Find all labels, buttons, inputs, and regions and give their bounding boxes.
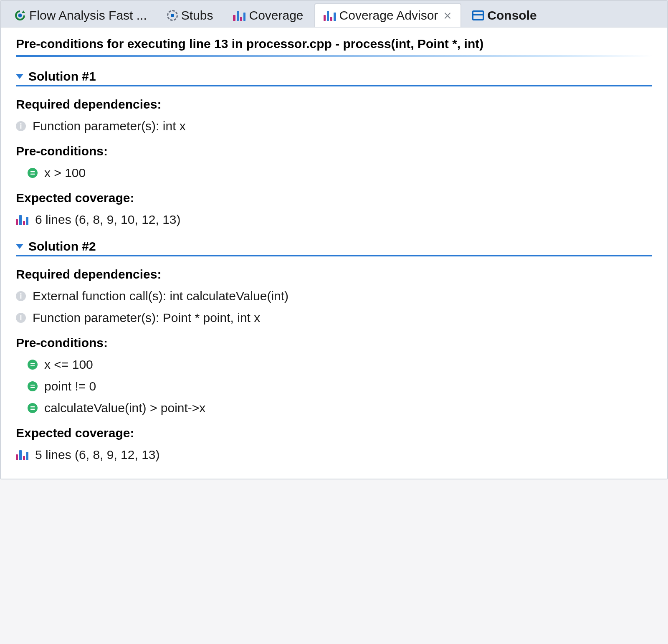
precondition-text: x > 100 bbox=[44, 166, 86, 180]
bars-icon bbox=[233, 10, 245, 21]
solution-header-label: Solution #1 bbox=[28, 69, 96, 84]
equals-icon: = bbox=[28, 168, 38, 178]
precondition-row: = point != 0 bbox=[16, 379, 652, 393]
info-icon: i bbox=[16, 121, 26, 131]
preconds-heading: Pre-conditions: bbox=[16, 336, 652, 350]
dependency-text: Function parameter(s): int x bbox=[33, 119, 186, 133]
coverage-heading: Expected coverage: bbox=[16, 426, 652, 440]
equals-icon: = bbox=[28, 403, 38, 413]
bars-icon bbox=[16, 449, 28, 460]
tab-stubs[interactable]: Stubs bbox=[158, 3, 223, 27]
precondition-row: = calculateValue(int) > point->x bbox=[16, 401, 652, 415]
coverage-row: 5 lines (6, 8, 9, 12, 13) bbox=[16, 448, 652, 462]
equals-icon: = bbox=[28, 381, 38, 391]
bars-icon bbox=[16, 214, 28, 225]
bars-icon bbox=[324, 10, 336, 21]
tab-label: Coverage Advisor bbox=[339, 8, 438, 23]
close-icon[interactable]: ⨯ bbox=[443, 9, 452, 22]
dependency-row: i External function call(s): int calcula… bbox=[16, 289, 652, 303]
solution-header[interactable]: Solution #1 bbox=[16, 69, 652, 86]
deps-heading: Required dependencies: bbox=[16, 97, 652, 112]
coverage-advisor-view: Flow Analysis Fast ... Stubs Coverage Co… bbox=[0, 0, 668, 479]
coverage-text: 6 lines (6, 8, 9, 10, 12, 13) bbox=[35, 213, 181, 227]
chevron-down-icon bbox=[16, 74, 23, 79]
coverage-text: 5 lines (6, 8, 9, 12, 13) bbox=[35, 448, 160, 462]
dependency-row: i Function parameter(s): int x bbox=[16, 119, 652, 133]
tab-label: Stubs bbox=[181, 8, 213, 23]
equals-icon: = bbox=[28, 360, 38, 370]
tab-coverage-advisor[interactable]: Coverage Advisor ⨯ bbox=[314, 3, 462, 27]
tab-label: Coverage bbox=[249, 8, 303, 23]
dependency-text: Function parameter(s): Point * point, in… bbox=[33, 311, 260, 325]
tab-label: Console bbox=[487, 8, 536, 23]
target-icon bbox=[167, 10, 178, 21]
chevron-down-icon bbox=[16, 244, 23, 249]
console-icon bbox=[472, 10, 484, 20]
tab-coverage[interactable]: Coverage bbox=[224, 3, 312, 27]
solution-header-label: Solution #2 bbox=[28, 239, 96, 254]
tab-console[interactable]: Console bbox=[463, 3, 546, 27]
dependency-row: i Function parameter(s): Point * point, … bbox=[16, 311, 652, 325]
deps-heading: Required dependencies: bbox=[16, 267, 652, 281]
dependency-text: External function call(s): int calculate… bbox=[33, 289, 288, 303]
precondition-text: x <= 100 bbox=[44, 357, 93, 372]
tab-label: Flow Analysis Fast ... bbox=[29, 8, 147, 23]
svg-point-0 bbox=[18, 14, 22, 18]
info-icon: i bbox=[16, 291, 26, 301]
solution-header[interactable]: Solution #2 bbox=[16, 239, 652, 256]
content-pane: Pre-conditions for executing line 13 in … bbox=[1, 28, 667, 479]
precondition-row: = x <= 100 bbox=[16, 357, 652, 372]
info-icon: i bbox=[16, 313, 26, 323]
refresh-gear-icon bbox=[14, 10, 26, 21]
tab-bar: Flow Analysis Fast ... Stubs Coverage Co… bbox=[1, 1, 667, 28]
precondition-text: point != 0 bbox=[44, 379, 96, 393]
preconds-heading: Pre-conditions: bbox=[16, 144, 652, 158]
precondition-text: calculateValue(int) > point->x bbox=[44, 401, 205, 415]
coverage-row: 6 lines (6, 8, 9, 10, 12, 13) bbox=[16, 213, 652, 227]
coverage-heading: Expected coverage: bbox=[16, 191, 652, 205]
tab-flow-analysis[interactable]: Flow Analysis Fast ... bbox=[5, 3, 156, 27]
page-title: Pre-conditions for executing line 13 in … bbox=[16, 35, 652, 57]
precondition-row: = x > 100 bbox=[16, 166, 652, 180]
